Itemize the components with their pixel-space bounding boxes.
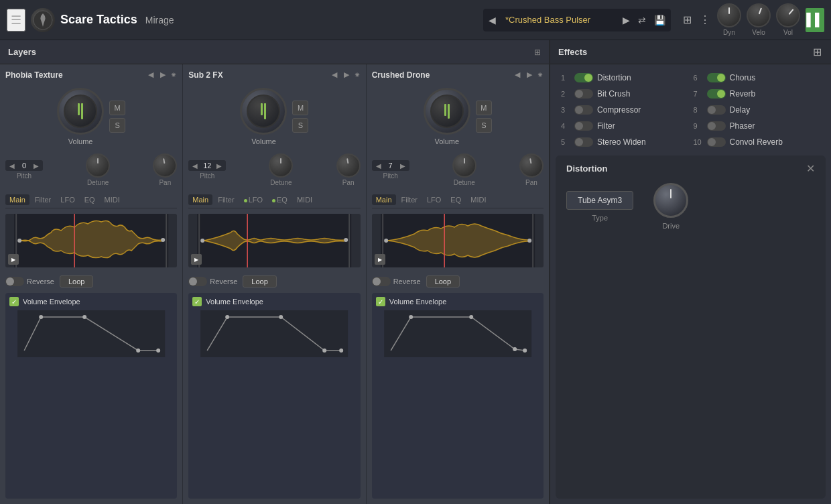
effect-2-num: 2 <box>561 90 570 98</box>
layer-2-next-button[interactable]: ▶ <box>342 70 351 80</box>
layer-2-tab-lfo[interactable]: LFO <box>240 194 267 205</box>
effect-10-toggle[interactable] <box>707 137 726 147</box>
layer-1-next-button[interactable]: ▶ <box>158 70 168 80</box>
layer-2-loop-button[interactable]: Loop <box>243 275 276 288</box>
effect-item-chorus: 6 Chorus <box>691 70 824 86</box>
layer-1-tab-filter[interactable]: Filter <box>31 194 55 205</box>
layer-1-detune-knob[interactable] <box>86 153 110 178</box>
layer-2-reverse-toggle[interactable]: Reverse <box>188 277 237 286</box>
effect-7-toggle[interactable] <box>707 89 726 99</box>
layer-1-tab-main[interactable]: Main <box>5 194 29 205</box>
effect-item-filter: 4 Filter <box>558 118 691 134</box>
preset-shuffle-button[interactable]: ⇄ <box>635 13 649 27</box>
layer-3-env-checkbox[interactable]: ✓ <box>376 297 385 306</box>
effect-2-name: Bit Crush <box>597 89 630 99</box>
layer-3-pan-knob[interactable] <box>517 151 546 180</box>
preset-next-button[interactable]: ▶ <box>620 13 633 27</box>
layer-1-tab-eq[interactable]: EQ <box>80 194 99 205</box>
layer-3-tab-main[interactable]: Main <box>372 194 396 205</box>
layer-2-pitch-next-button[interactable]: ▶ <box>215 162 223 170</box>
effect-2-toggle[interactable] <box>574 89 593 99</box>
layer-3-tab-eq[interactable]: EQ <box>446 194 465 205</box>
layer-1-volume-knob[interactable] <box>57 88 104 135</box>
layer-2-volume-knob[interactable] <box>240 88 287 135</box>
layer-2-detune-knob[interactable] <box>269 153 293 178</box>
layer-1-m-button[interactable]: M <box>109 101 125 115</box>
effects-shuffle-button[interactable]: ⊞ <box>812 44 823 60</box>
layer-3-tab-lfo[interactable]: LFO <box>423 194 445 205</box>
distortion-close-button[interactable]: ✕ <box>806 162 815 175</box>
layer-col-2: Sub 2 FX ◀ ▶ ⁕ <box>183 64 366 504</box>
layer-3-reverse-toggle[interactable]: Reverse <box>372 277 421 286</box>
vol-knob[interactable] <box>771 0 806 32</box>
layer-3-pitch-next-button[interactable]: ▶ <box>399 162 407 170</box>
distortion-drive-knob[interactable] <box>653 183 688 218</box>
effect-3-toggle[interactable] <box>574 105 593 115</box>
layer-1-tab-lfo[interactable]: LFO <box>56 194 78 205</box>
layer-1-pitch-nav: ◀ 0 ▶ <box>5 160 43 171</box>
layer-2-tab-filter[interactable]: Filter <box>214 194 238 205</box>
layer-1-loop-button[interactable]: Loop <box>60 275 93 288</box>
layer-3-tab-midi[interactable]: MIDI <box>466 194 490 205</box>
layer-3-waveform-play-button[interactable]: ▶ <box>375 254 385 265</box>
layer-1-waveform-play-button[interactable]: ▶ <box>8 254 19 265</box>
bars-icon-button[interactable]: ⊞ <box>682 12 693 27</box>
layer-2-pan-knob[interactable] <box>334 151 363 180</box>
effects-panel: Effects ⊞ 1 Distortion 2 Bit Crus <box>550 40 831 504</box>
effect-5-toggle[interactable] <box>574 137 593 147</box>
layer-2-m-button[interactable]: M <box>292 101 308 115</box>
layer-3-loop-button[interactable]: Loop <box>426 275 460 288</box>
layer-1-pan-knob[interactable] <box>151 151 179 180</box>
layer-2-env-section: ✓ Volume Envelope <box>188 293 360 499</box>
layer-2-tab-eq[interactable]: EQ <box>268 194 292 205</box>
options-icon-button[interactable]: ⋮ <box>698 12 712 27</box>
layer-3-m-button[interactable]: M <box>476 101 492 115</box>
dyn-knob[interactable] <box>717 3 741 27</box>
layer-1-reverse-toggle[interactable]: Reverse <box>5 277 54 286</box>
layer-3-volume-knob[interactable] <box>424 88 470 135</box>
layer-3-shuffle-button[interactable]: ⁕ <box>537 70 544 80</box>
layer-2-env-checkbox[interactable]: ✓ <box>192 297 202 306</box>
layer-2-bar-1 <box>261 103 263 115</box>
layer-1-tab-midi[interactable]: MIDI <box>101 194 124 205</box>
layer-3-detune-knob[interactable] <box>452 153 476 178</box>
layer-3-prev-button[interactable]: ◀ <box>513 70 522 80</box>
layer-1-header: Phobia Texture ◀ ▶ ⁕ <box>5 70 177 80</box>
svg-point-27 <box>384 239 388 243</box>
layer-3-tab-filter[interactable]: Filter <box>397 194 422 205</box>
layer-1-s-button[interactable]: S <box>109 118 125 133</box>
play-button[interactable]: ▌▌ <box>806 8 824 32</box>
layer-2-env-graph <box>192 310 356 357</box>
preset-prev-button[interactable]: ◀ <box>486 13 499 27</box>
layer-1-env-checkbox[interactable]: ✓ <box>9 297 19 306</box>
layer-1-pitch-row: ◀ 0 ▶ Pitch Detune Pan <box>5 153 177 186</box>
effect-1-toggle[interactable] <box>574 73 593 82</box>
layer-2-pitch-prev-button[interactable]: ◀ <box>191 162 199 170</box>
effect-4-toggle[interactable] <box>574 121 593 131</box>
layer-3-nav: ◀ ▶ ⁕ <box>513 70 544 80</box>
effect-9-toggle[interactable] <box>707 121 726 131</box>
layer-2-prev-button[interactable]: ◀ <box>330 70 339 80</box>
effect-8-toggle[interactable] <box>707 105 726 115</box>
effect-6-toggle[interactable] <box>707 73 726 82</box>
effect-7-num: 7 <box>694 90 703 98</box>
svg-point-19 <box>225 315 229 319</box>
layer-3-s-button[interactable]: S <box>476 118 492 133</box>
menu-button[interactable]: ☰ <box>7 9 25 32</box>
layer-2-tab-midi[interactable]: MIDI <box>293 194 316 205</box>
effect-1-name: Distortion <box>597 73 631 82</box>
layer-2-waveform-play-button[interactable]: ▶ <box>191 254 202 265</box>
layer-1-shuffle-button[interactable]: ⁕ <box>170 70 177 80</box>
distortion-type-button[interactable]: Tube Asym3 <box>566 191 633 210</box>
layer-3-pitch-prev-button[interactable]: ◀ <box>375 162 383 170</box>
preset-save-button[interactable]: 💾 <box>651 13 668 27</box>
layer-1-pitch-next-button[interactable]: ▶ <box>32 162 40 170</box>
layer-2-tab-main[interactable]: Main <box>188 194 212 205</box>
layer-3-next-button[interactable]: ▶ <box>525 70 534 80</box>
layer-1-prev-button[interactable]: ◀ <box>146 70 155 80</box>
layer-2-s-button[interactable]: S <box>292 118 308 133</box>
layers-shuffle-button[interactable]: ⊞ <box>534 48 541 57</box>
layer-1-pitch-prev-button[interactable]: ◀ <box>8 162 16 170</box>
layer-2-shuffle-button[interactable]: ⁕ <box>354 70 361 80</box>
velo-knob[interactable] <box>743 0 774 31</box>
